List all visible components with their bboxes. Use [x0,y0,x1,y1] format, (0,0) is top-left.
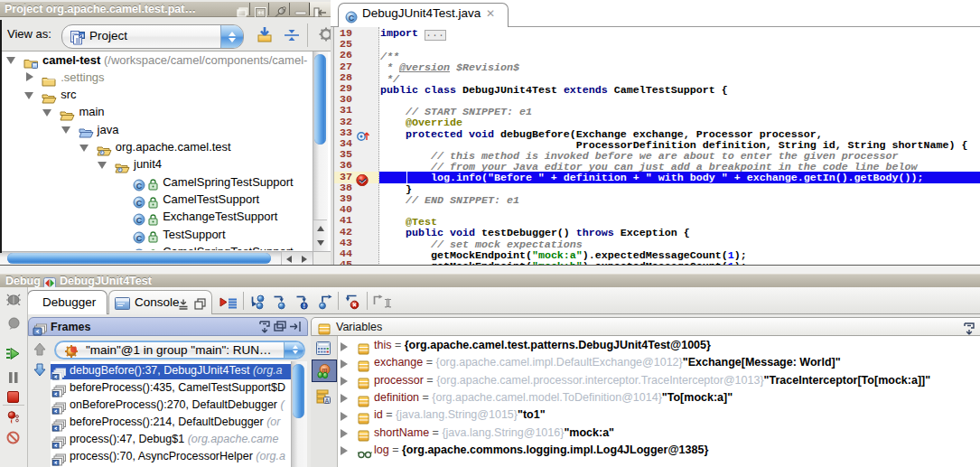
svg-text:A: A [325,397,330,403]
svg-text:C: C [136,181,143,190]
svg-text:C: C [136,216,143,225]
svg-text:C: C [136,233,143,242]
svg-text:!: ! [303,303,305,309]
svg-text:C: C [349,13,355,22]
svg-text:C: C [136,199,143,208]
